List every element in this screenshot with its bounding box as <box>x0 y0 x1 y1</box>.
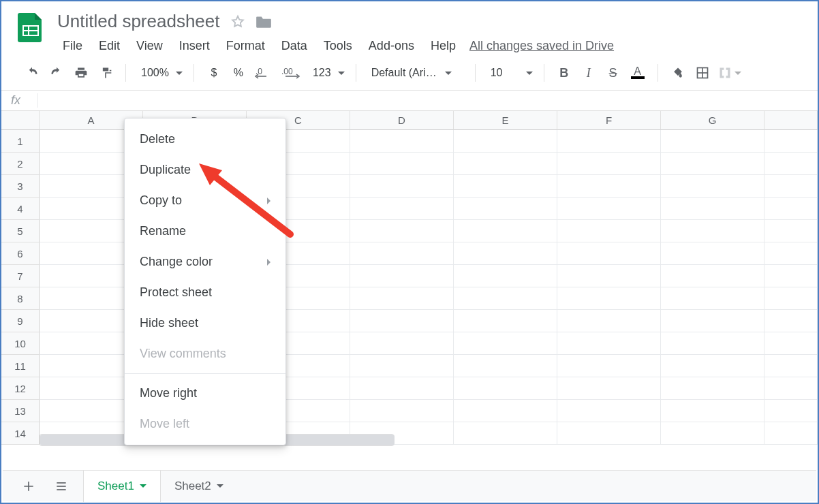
select-all-corner[interactable] <box>1 111 40 130</box>
column-header[interactable]: E <box>454 111 557 130</box>
menu-tools[interactable]: Tools <box>317 36 359 56</box>
zoom-select[interactable]: 100% <box>134 67 185 79</box>
cell[interactable] <box>454 265 557 287</box>
cell[interactable] <box>764 198 818 220</box>
cell[interactable] <box>661 400 764 422</box>
cell[interactable] <box>557 310 661 332</box>
fill-color-button[interactable] <box>666 63 690 83</box>
cell[interactable] <box>454 310 557 332</box>
decrease-decimal-button[interactable]: .0 <box>251 63 276 83</box>
cell[interactable] <box>454 242 557 265</box>
cell[interactable] <box>764 175 818 198</box>
cell[interactable] <box>350 310 454 332</box>
cell[interactable] <box>454 198 557 220</box>
cell[interactable] <box>661 377 764 400</box>
column-header[interactable]: F <box>557 111 661 130</box>
cell[interactable] <box>557 422 661 445</box>
cell[interactable] <box>350 198 454 220</box>
cell[interactable] <box>454 332 557 355</box>
row-header[interactable]: 5 <box>1 220 40 242</box>
cell[interactable] <box>454 377 557 400</box>
cell[interactable] <box>557 355 661 377</box>
format-percent-button[interactable]: % <box>227 63 250 83</box>
cell[interactable] <box>350 287 454 310</box>
cell[interactable] <box>557 198 661 220</box>
cell[interactable] <box>764 220 818 242</box>
menu-data[interactable]: Data <box>275 36 314 56</box>
cell[interactable] <box>764 422 818 445</box>
cell[interactable] <box>557 153 661 175</box>
cell[interactable] <box>350 377 454 400</box>
row-header[interactable]: 11 <box>1 355 40 377</box>
row-header[interactable]: 12 <box>1 377 40 400</box>
cell[interactable] <box>454 130 557 153</box>
italic-button[interactable]: I <box>577 63 600 83</box>
cell[interactable] <box>350 400 454 422</box>
row-header[interactable]: 9 <box>1 310 40 332</box>
cell[interactable] <box>661 265 764 287</box>
chevron-down-icon[interactable] <box>217 484 223 488</box>
formula-input[interactable] <box>38 95 808 106</box>
cell[interactable] <box>661 198 764 220</box>
row-header[interactable]: 6 <box>1 242 40 265</box>
more-formats-button[interactable]: 123 <box>306 67 347 79</box>
move-to-folder-icon[interactable] <box>255 14 273 29</box>
ctx-hide-sheet[interactable]: Hide sheet <box>125 308 285 338</box>
ctx-rename[interactable]: Rename <box>125 216 285 247</box>
star-icon[interactable] <box>230 14 245 29</box>
cell[interactable] <box>350 175 454 198</box>
cell[interactable] <box>557 175 661 198</box>
row-header[interactable]: 2 <box>1 153 40 175</box>
ctx-change-color[interactable]: Change color <box>125 247 285 277</box>
cell[interactable] <box>764 265 818 287</box>
menu-file[interactable]: File <box>56 36 89 56</box>
add-sheet-button[interactable] <box>18 475 40 497</box>
ctx-protect-sheet[interactable]: Protect sheet <box>125 277 285 308</box>
bold-button[interactable]: B <box>553 63 576 83</box>
redo-button[interactable] <box>45 63 68 83</box>
cell[interactable] <box>557 265 661 287</box>
cell[interactable] <box>764 377 818 400</box>
row-header[interactable]: 4 <box>1 198 40 220</box>
row-header[interactable]: 7 <box>1 265 40 287</box>
save-status[interactable]: All changes saved in Drive <box>469 39 614 53</box>
cell[interactable] <box>661 422 764 445</box>
chevron-down-icon[interactable] <box>140 484 146 488</box>
cell[interactable] <box>764 332 818 355</box>
row-header[interactable]: 13 <box>1 400 40 422</box>
menu-insert[interactable]: Insert <box>172 36 217 56</box>
cell[interactable] <box>661 310 764 332</box>
paint-format-button[interactable] <box>94 63 117 83</box>
font-select[interactable]: Default (Ari… <box>365 67 467 79</box>
cell[interactable] <box>350 355 454 377</box>
cell[interactable] <box>764 242 818 265</box>
cell[interactable] <box>350 130 454 153</box>
cell[interactable] <box>557 287 661 310</box>
cell[interactable] <box>557 400 661 422</box>
increase-decimal-button[interactable]: .00 <box>277 63 305 83</box>
print-button[interactable] <box>69 63 93 83</box>
cell[interactable] <box>661 332 764 355</box>
cell[interactable] <box>764 310 818 332</box>
ctx-copy-to[interactable]: Copy to <box>125 185 285 216</box>
column-header[interactable]: D <box>350 111 454 130</box>
cell[interactable] <box>764 400 818 422</box>
text-color-button[interactable]: A <box>626 63 649 83</box>
row-header[interactable]: 1 <box>1 130 40 153</box>
row-header[interactable]: 14 <box>1 422 40 445</box>
cell[interactable] <box>350 265 454 287</box>
font-size-select[interactable]: 10 <box>484 67 536 79</box>
merge-cells-button[interactable] <box>715 66 744 80</box>
cell[interactable] <box>661 287 764 310</box>
ctx-delete[interactable]: Delete <box>125 124 285 155</box>
menu-view[interactable]: View <box>129 36 170 56</box>
menu-edit[interactable]: Edit <box>92 36 127 56</box>
cell[interactable] <box>764 130 818 153</box>
cell[interactable] <box>454 220 557 242</box>
cell[interactable] <box>764 287 818 310</box>
undo-button[interactable] <box>20 63 44 83</box>
cell[interactable] <box>454 175 557 198</box>
menu-help[interactable]: Help <box>424 36 463 56</box>
cell[interactable] <box>661 355 764 377</box>
column-header[interactable] <box>764 111 818 130</box>
